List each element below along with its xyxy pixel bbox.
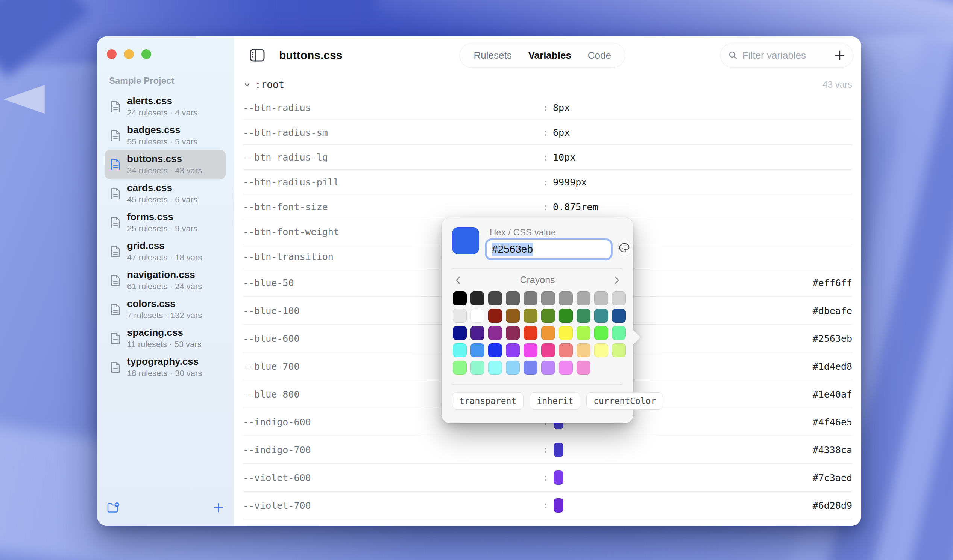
minimize-window-button[interactable] (124, 49, 134, 59)
crayon-swatch[interactable] (541, 343, 555, 357)
crayon-swatch[interactable] (559, 343, 573, 357)
variable-row[interactable]: --btn-font-size: 0.875rem (243, 194, 852, 219)
keyword-button-inherit[interactable]: inherit (529, 392, 580, 410)
hex-input[interactable]: #2563eb (487, 240, 611, 258)
variable-row[interactable]: --violet-600: #7c3aed (243, 464, 852, 492)
crayon-swatch[interactable] (453, 361, 467, 375)
new-folder-icon[interactable] (107, 502, 120, 514)
variable-row[interactable]: --btn-radius-pill: 9999px (243, 170, 852, 194)
variable-row[interactable]: --btn-radius-lg: 10px (243, 145, 852, 170)
crayon-swatch[interactable] (523, 292, 537, 306)
crayon-swatch[interactable] (488, 309, 502, 323)
sidebar-item-grid[interactable]: grid.css 47 rulesets · 18 vars (104, 237, 226, 266)
sidebar-item-cards[interactable]: cards.css 45 rulesets · 6 vars (104, 179, 226, 208)
crayon-swatch[interactable] (470, 292, 484, 306)
crayon-swatch[interactable] (577, 326, 590, 340)
crayon-swatch[interactable] (488, 292, 502, 306)
crayon-swatch[interactable] (559, 326, 573, 340)
crayon-swatch[interactable] (453, 326, 467, 340)
tab-code[interactable]: Code (579, 50, 619, 61)
sidebar-item-badges[interactable]: badges.css 55 rulesets · 5 vars (104, 121, 226, 150)
sidebar-item-typography[interactable]: typography.css 18 rulesets · 30 vars (104, 353, 226, 382)
crayon-swatch[interactable] (488, 343, 502, 357)
zoom-window-button[interactable] (141, 49, 151, 59)
crayon-swatch[interactable] (506, 361, 520, 375)
palette-button[interactable] (618, 240, 630, 256)
previous-palette-icon[interactable] (452, 275, 464, 285)
crayon-swatch[interactable] (523, 361, 537, 375)
tab-variables[interactable]: Variables (520, 50, 579, 61)
variable-name: --btn-transition (243, 251, 334, 262)
crayon-swatch[interactable] (453, 309, 467, 323)
crayon-swatch[interactable] (541, 309, 555, 323)
close-window-button[interactable] (107, 49, 116, 59)
chevron-down-icon[interactable] (243, 81, 251, 89)
variable-row[interactable]: --indigo-700: #4338ca (243, 436, 852, 464)
color-swatch[interactable] (554, 498, 563, 513)
crayon-swatch[interactable] (488, 326, 502, 340)
document-title: buttons.css (279, 49, 342, 62)
add-file-icon[interactable] (213, 502, 224, 513)
sidebar-item-forms[interactable]: forms.css 25 rulesets · 9 vars (104, 208, 226, 237)
crayon-swatch[interactable] (506, 326, 520, 340)
hex-input-value[interactable]: #2563eb (492, 243, 533, 256)
sidebar-item-spacing[interactable]: spacing.css 11 rulesets · 53 vars (104, 324, 226, 353)
file-icon (110, 187, 121, 200)
crayon-swatch[interactable] (523, 309, 537, 323)
crayon-swatch[interactable] (453, 343, 467, 357)
crayon-swatch[interactable] (541, 361, 555, 375)
sidebar-item-navigation[interactable]: navigation.css 61 rulesets · 24 vars (104, 266, 226, 295)
crayon-swatch[interactable] (577, 309, 590, 323)
variable-value: 6px (553, 127, 570, 138)
crayon-swatch[interactable] (541, 292, 555, 306)
crayon-swatch[interactable] (506, 343, 520, 357)
crayon-swatch[interactable] (612, 292, 626, 306)
filter-field[interactable]: Filter variables (720, 43, 853, 67)
divider (453, 385, 622, 385)
crayon-swatch[interactable] (577, 361, 590, 375)
sidebar-item-buttons[interactable]: buttons.css 34 rulesets · 43 vars (104, 150, 226, 179)
keyword-button-transparent[interactable]: transparent (452, 392, 523, 410)
sidebar-item-colors[interactable]: colors.css 7 rulesets · 132 vars (104, 295, 226, 324)
crayon-swatch[interactable] (594, 309, 608, 323)
crayon-swatch[interactable] (577, 292, 590, 306)
color-swatch[interactable] (554, 443, 563, 457)
scope-row[interactable]: :root 43 vars (243, 74, 852, 95)
keyword-button-currentcolor[interactable]: currentColor (586, 392, 663, 410)
variable-row[interactable]: --btn-radius: 8px (243, 95, 852, 120)
crayon-swatch[interactable] (523, 326, 537, 340)
tab-rulesets[interactable]: Rulesets (465, 50, 520, 61)
crayon-swatch[interactable] (541, 326, 555, 340)
crayon-swatch[interactable] (559, 309, 573, 323)
crayon-swatch[interactable] (453, 292, 467, 306)
crayon-swatch[interactable] (594, 292, 608, 306)
crayon-swatch[interactable] (523, 343, 537, 357)
next-palette-icon[interactable] (611, 275, 623, 285)
crayon-swatch[interactable] (559, 292, 573, 306)
add-variable-icon[interactable] (834, 50, 846, 61)
crayon-swatch[interactable] (506, 309, 520, 323)
crayon-swatch[interactable] (506, 292, 520, 306)
crayon-swatch[interactable] (594, 326, 608, 340)
colon: : (543, 201, 548, 212)
color-swatch[interactable] (554, 470, 563, 485)
crayon-swatch[interactable] (612, 309, 626, 323)
crayon-swatch[interactable] (594, 343, 608, 357)
crayon-swatch[interactable] (470, 343, 484, 357)
crayon-swatch[interactable] (612, 343, 626, 357)
palette-icon (619, 243, 630, 253)
variable-row[interactable]: --btn-radius-sm: 6px (243, 120, 852, 145)
crayon-swatch[interactable] (470, 326, 484, 340)
colon: : (543, 152, 548, 163)
crayon-swatch[interactable] (470, 361, 484, 375)
crayon-swatch[interactable] (577, 343, 590, 357)
crayon-swatch[interactable] (612, 326, 626, 340)
file-name: cards.css (127, 182, 197, 194)
current-color-swatch (452, 227, 479, 254)
sidebar-item-alerts[interactable]: alerts.css 24 rulesets · 4 vars (104, 92, 226, 121)
crayon-swatch[interactable] (488, 361, 502, 375)
crayon-swatch[interactable] (559, 361, 573, 375)
sidebar-toggle-button[interactable] (244, 42, 271, 69)
variable-row[interactable]: --violet-700: #6d28d9 (243, 492, 852, 520)
crayon-swatch[interactable] (470, 309, 484, 323)
